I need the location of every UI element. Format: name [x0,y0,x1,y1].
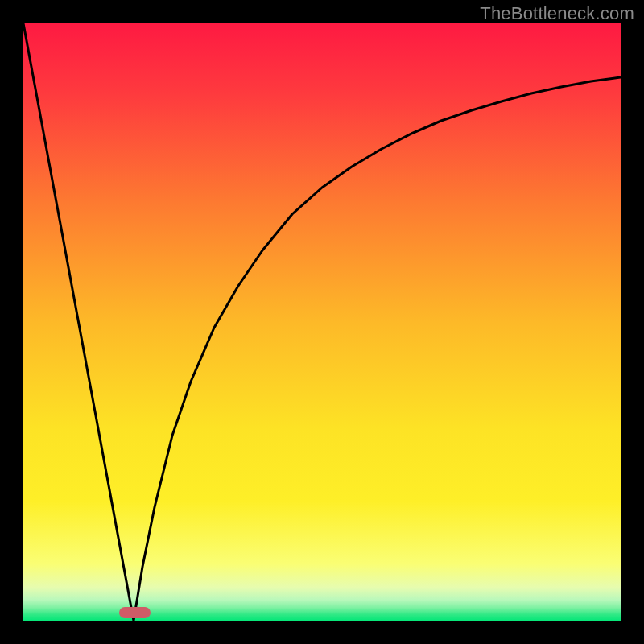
chart-canvas [23,23,621,621]
plot-area [23,23,621,621]
outer-black-frame: TheBottleneck.com [0,0,644,644]
minimum-marker-pill [119,607,151,618]
gradient-background [23,23,621,621]
watermark-text: TheBottleneck.com [480,3,634,24]
